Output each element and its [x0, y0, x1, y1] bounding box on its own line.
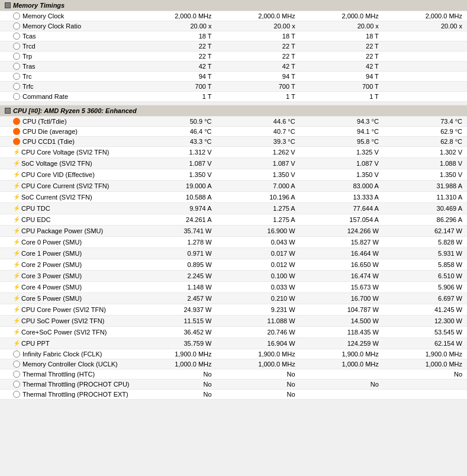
row-label-text: Infinity Fabric Clock (FCLK) [22, 350, 102, 358]
table-row: Trcd22 T22 T22 T [0, 41, 467, 52]
row-value-cell [384, 82, 467, 92]
row-value-cell: No [300, 379, 384, 390]
circle-orange-icon [13, 138, 20, 145]
row-value-cell: 20.00 x [217, 21, 300, 31]
row-label-text: Memory Clock Ratio [22, 22, 81, 30]
row-value-cell: 5.906 W [384, 282, 467, 293]
section-header-row: CPU [#0]: AMD Ryzen 5 3600: Enhanced [0, 105, 467, 117]
row-value-cell: 40.7 °C [217, 127, 300, 137]
row-label-text: SoC Voltage (SVI2 TFN) [21, 160, 92, 167]
row-value-cell: 1 T [133, 92, 216, 102]
table-row: Memory Clock2,000.0 MHz2,000.0 MHz2,000.… [0, 11, 467, 21]
row-label-text: Memory Clock [22, 12, 64, 20]
row-value-cell: 1.087 V [300, 158, 384, 169]
row-value-cell: 16.474 W [300, 271, 384, 282]
row-value-cell: 2,000.0 MHz [300, 11, 384, 21]
table-row: ⚡CPU Core Voltage (SVI2 TFN)1.312 V1.262… [0, 147, 467, 158]
row-label-text: Core 4 Power (SMU) [21, 284, 82, 291]
row-label-text: Trfc [22, 83, 34, 90]
row-value-cell: 1.148 W [133, 282, 216, 293]
row-value-cell: 41.245 W [384, 304, 467, 316]
row-value-cell: 1.350 V [300, 169, 384, 181]
row-value-cell: No [133, 369, 216, 379]
circle-icon [13, 381, 20, 388]
row-value-cell: 1,000.0 MHz [217, 359, 300, 369]
row-value-cell [384, 62, 467, 72]
section-header-label: Memory Timings [13, 2, 65, 9]
row-value-cell: 15.827 W [300, 237, 384, 248]
lightning-icon: ⚡ [13, 182, 19, 190]
table-row: Thermal Throttling (PROCHOT EXT)NoNo [0, 390, 467, 400]
row-value-cell [384, 72, 467, 82]
row-value-cell: 157.054 A [300, 214, 384, 226]
data-table: Memory TimingsMemory Clock2,000.0 MHz2,0… [0, 0, 467, 400]
row-label-text: CPU PPT [21, 340, 50, 347]
row-value-cell: 13.333 A [300, 192, 384, 203]
row-value-cell: 42 T [300, 62, 384, 72]
row-value-cell [384, 390, 467, 400]
lightning-icon: ⚡ [13, 249, 19, 258]
lightning-icon: ⚡ [13, 193, 19, 201]
lightning-icon: ⚡ [13, 159, 19, 168]
circle-icon [13, 371, 20, 378]
row-label-cell: Trp [0, 52, 133, 62]
row-value-cell: No [217, 369, 300, 379]
row-label-text: CPU TDC [21, 205, 50, 212]
row-value-cell: 22 T [300, 41, 384, 52]
circle-icon [13, 361, 20, 368]
lightning-icon: ⚡ [13, 339, 19, 348]
row-value-cell: 94 T [300, 72, 384, 82]
circle-icon [13, 93, 20, 100]
row-label-cell: ⚡Core 3 Power (SMU) [0, 271, 133, 282]
table-row: Memory Controller Clock (UCLK)1,000.0 MH… [0, 359, 467, 369]
row-label-cell: Trc [0, 72, 133, 82]
row-value-cell: 16.464 W [300, 248, 384, 259]
row-value-cell: 1.087 V [133, 158, 216, 169]
table-row: ⚡Core 4 Power (SMU)1.148 W0.033 W15.673 … [0, 282, 467, 293]
row-value-cell: 0.012 W [217, 259, 300, 271]
row-value-cell: 22 T [133, 52, 216, 62]
table-row: ⚡CPU EDC24.261 A1.275 A157.054 A86.296 A [0, 214, 467, 226]
row-value-cell: 1 T [217, 92, 300, 102]
row-label-text: CPU Core Current (SVI2 TFN) [21, 182, 109, 189]
row-label-cell: ⚡SoC Voltage (SVI2 TFN) [0, 158, 133, 169]
table-row: CPU CCD1 (Tdie)43.3 °C39.3 °C95.8 °C62.8… [0, 137, 467, 147]
row-value-cell: 2,000.0 MHz [384, 11, 467, 21]
row-label-text: Command Rate [22, 93, 68, 100]
row-label-cell: ⚡CPU Package Power (SMU) [0, 226, 133, 237]
row-value-cell: 35.741 W [133, 226, 216, 237]
lightning-icon: ⚡ [13, 148, 19, 156]
row-value-cell [384, 52, 467, 62]
row-value-cell: 1.312 V [133, 147, 216, 158]
circle-icon [13, 73, 20, 80]
table-row: Infinity Fabric Clock (FCLK)1,900.0 MHz1… [0, 349, 467, 359]
row-value-cell [300, 390, 384, 400]
row-label-cell: ⚡CPU Core VID (Effective) [0, 169, 133, 181]
row-value-cell: 22 T [217, 52, 300, 62]
row-label-cell: ⚡CPU SoC Power (SVI2 TFN) [0, 316, 133, 327]
table-row: Trc94 T94 T94 T [0, 72, 467, 82]
row-value-cell: 14.500 W [300, 316, 384, 327]
lightning-icon: ⚡ [13, 204, 19, 213]
circle-orange-icon [13, 128, 20, 135]
row-value-cell: 1.262 V [217, 147, 300, 158]
row-label-cell: ⚡Core 1 Power (SMU) [0, 248, 133, 259]
row-value-cell: 1,000.0 MHz [300, 359, 384, 369]
row-value-cell: 62.9 °C [384, 127, 467, 137]
row-value-cell: 22 T [217, 41, 300, 52]
circle-icon [13, 43, 20, 50]
row-value-cell: 0.043 W [217, 237, 300, 248]
lightning-icon: ⚡ [13, 272, 19, 280]
lightning-icon: ⚡ [13, 260, 19, 269]
lightning-icon: ⚡ [13, 283, 19, 291]
row-label-text: Thermal Throttling (PROCHOT CPU) [22, 381, 130, 388]
row-value-cell: 1.350 V [384, 169, 467, 181]
row-label-cell: ⚡CPU Core Voltage (SVI2 TFN) [0, 147, 133, 158]
row-label-text: Thermal Throttling (HTC) [22, 371, 95, 378]
row-label-cell: Thermal Throttling (PROCHOT EXT) [0, 390, 133, 400]
row-label-cell: ⚡CPU PPT [0, 338, 133, 349]
lightning-icon: ⚡ [13, 238, 19, 246]
row-value-cell: 43.3 °C [133, 137, 216, 147]
row-label-text: CPU Die (average) [22, 128, 78, 135]
row-value-cell: 11.310 A [384, 192, 467, 203]
